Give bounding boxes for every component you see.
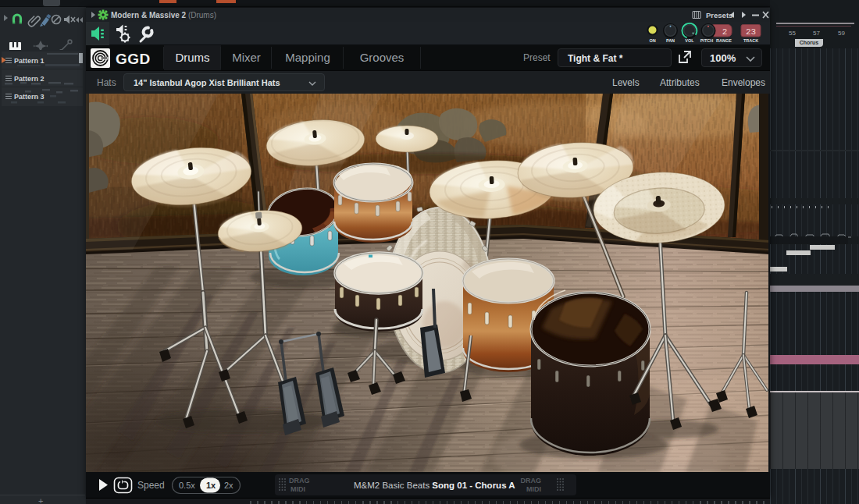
svg-text:DRAG: DRAG	[521, 477, 542, 484]
svg-text:ON: ON	[649, 38, 655, 43]
svg-text:2: 2	[722, 27, 728, 37]
svg-text:VOL: VOL	[685, 38, 694, 43]
svg-text:M&M2 Basic Beats Song 01 - Cho: M&M2 Basic Beats Song 01 - Chorus A	[354, 481, 515, 490]
svg-text:DRAG: DRAG	[289, 477, 310, 484]
svg-text:TRACK: TRACK	[743, 38, 758, 43]
svg-text:1x: 1x	[206, 481, 216, 490]
svg-text:PITCH: PITCH	[700, 38, 714, 43]
svg-text:2x: 2x	[224, 481, 233, 490]
svg-text:23: 23	[746, 27, 756, 37]
svg-text:Speed: Speed	[137, 480, 165, 491]
svg-text:PAN: PAN	[666, 38, 675, 43]
svg-text:0.5x: 0.5x	[179, 481, 195, 490]
svg-text:GGD: GGD	[116, 51, 151, 67]
svg-text:MIDI: MIDI	[290, 485, 305, 493]
svg-text:MIDI: MIDI	[526, 485, 541, 493]
svg-text:RANGE: RANGE	[716, 38, 732, 43]
